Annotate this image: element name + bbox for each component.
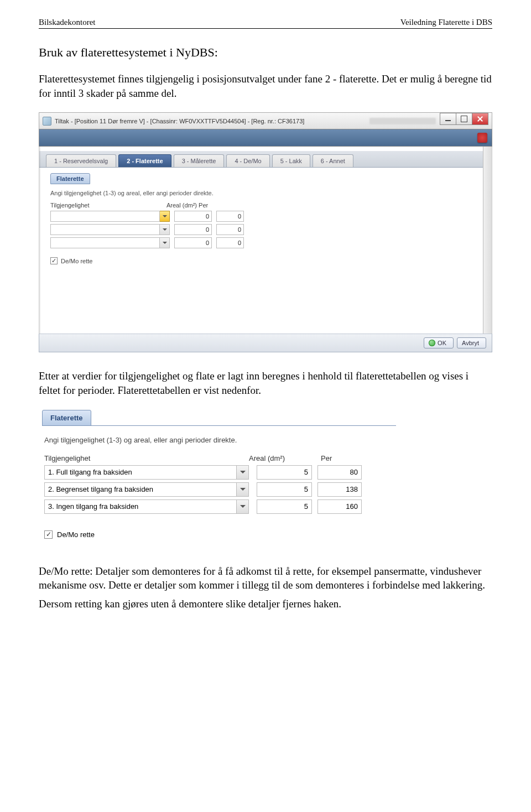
zoom-areal-field[interactable]: 5 [257,482,312,497]
tab-flaterette[interactable]: 2 - Flaterette [118,154,171,167]
zoom-panel-title: Flaterette [42,410,91,426]
zoom-per-field[interactable]: 138 [317,482,362,497]
zoom-col-areal: Areal (dm²) [249,454,321,462]
header-left: Bilskadekontoret [39,18,95,27]
zoom-tilgjengelighet-field[interactable]: 3. Ingen tilgang fra baksiden [44,499,237,514]
app-window: Tiltak - [Position 11 Dør fremre V] - [C… [39,112,492,352]
cancel-button[interactable]: Avbryt [457,337,486,348]
col-header-tilgjengelighet: Tilgjengelighet [50,202,166,209]
chevron-down-icon[interactable] [237,499,249,514]
tilgjengelighet-field[interactable] [50,211,160,222]
tab-maalerette[interactable]: 3 - Målerette [174,154,225,167]
panel-instruction: Angi tilgjengelighet (1-3) og areal, ell… [50,190,481,196]
chevron-down-icon[interactable] [160,237,170,248]
page-title: Bruk av flaterettesystemet i NyDBS: [39,45,492,60]
tab-annet[interactable]: 6 - Annet [313,154,353,167]
tab-reservedelsvalg[interactable]: 1 - Reservedelsvalg [46,154,116,167]
zoom-tilgjengelighet-field[interactable]: 2. Begrenset tilgang fra baksiden [44,482,237,497]
tab-demo[interactable]: 4 - De/Mo [226,154,269,167]
chevron-down-icon[interactable] [160,211,170,222]
middle-paragraph: Etter at verdier for tilgjengelighet og … [39,369,492,397]
tab-lakk[interactable]: 5 - Lakk [272,154,310,167]
last-paragraph: Dersom retting kan gjøres uten å demonte… [39,597,492,611]
per-field[interactable]: 0 [216,224,244,235]
zoom-tilgjengelighet-field[interactable]: 1. Full tilgang fra baksiden [44,465,237,480]
zoom-col-per: Per [321,454,376,462]
bottom-bar: OK Avbryt [39,334,492,352]
zoom-areal-field[interactable]: 5 [257,499,312,514]
chevron-down-icon[interactable] [237,465,249,480]
tilgjengelighet-field[interactable] [50,224,160,235]
areal-field[interactable]: 0 [174,224,212,235]
window-title: Tiltak - [Position 11 Dør fremre V] - [C… [55,118,369,124]
blurred-info [369,118,436,124]
zoom-panel: Flaterette Angi tilgjengelighet (1-3) og… [42,410,396,543]
toolbar [39,129,492,147]
vertical-scrollbar[interactable] [483,147,492,334]
col-header-areal-per: Areal (dm²) Per [166,202,216,209]
ok-button[interactable]: OK [424,337,454,348]
demo-rette-label: De/Mo rette [61,258,92,264]
close-button[interactable] [472,113,488,125]
zoom-per-field[interactable]: 80 [317,465,362,480]
zoom-instruction: Angi tilgjengelighet (1-3) og areal, ell… [44,436,394,444]
ok-icon [429,340,435,346]
panel-title: Flaterette [50,173,90,184]
per-field[interactable]: 0 [216,237,244,248]
titlebar: Tiltak - [Position 11 Dør fremre V] - [C… [39,112,492,129]
zoom-areal-field[interactable]: 5 [257,465,312,480]
cancel-label: Avbryt [462,340,479,346]
demo-rette-paragraph: De/Mo rette: Detaljer som demonteres for… [39,564,492,592]
page-header: Bilskadekontoret Veiledning Flaterette i… [39,18,492,29]
zoom-demo-rette-label: De/Mo rette [57,530,95,539]
minimize-button[interactable] [440,113,456,125]
tilgjengelighet-field[interactable] [50,237,160,248]
zoom-per-field[interactable]: 160 [317,499,362,514]
areal-field[interactable]: 0 [174,237,212,248]
per-field[interactable]: 0 [216,211,244,222]
intro-paragraph: Flaterettesystemet finnes tilgjengelig i… [39,72,492,100]
demo-rette-checkbox[interactable] [50,257,58,264]
chevron-down-icon[interactable] [237,482,249,497]
header-right: Veiledning Flaterette i DBS [400,18,492,27]
areal-field[interactable]: 0 [174,211,212,222]
toolbar-alert-icon[interactable] [477,133,487,143]
ok-label: OK [438,340,446,346]
maximize-button[interactable] [456,113,472,125]
flaterette-panel: Flaterette Angi tilgjengelighet (1-3) og… [39,168,492,334]
zoom-demo-rette-checkbox[interactable] [44,530,53,539]
zoom-col-tilgjengelighet: Tilgjengelighet [44,454,249,462]
chevron-down-icon[interactable] [160,224,170,235]
nav-tabs: 1 - Reservedelsvalg 2 - Flaterette 3 - M… [39,151,492,168]
app-icon [43,117,51,126]
